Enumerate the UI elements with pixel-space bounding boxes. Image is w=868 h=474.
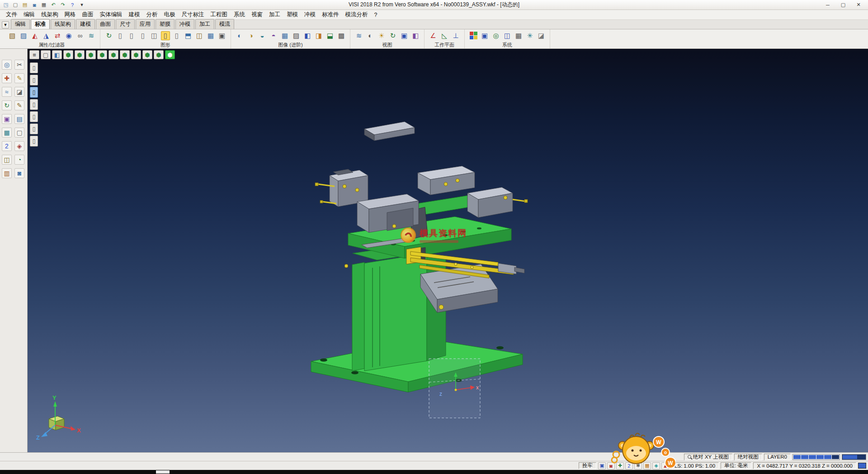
tab-1[interactable]: 标准 (31, 19, 50, 29)
half-left-icon[interactable]: ◧ (303, 31, 312, 40)
plane-tri-icon[interactable]: ◺ (440, 31, 449, 40)
undo-icon[interactable]: ↶ (49, 1, 57, 9)
view-front-icon[interactable]: ⬢ (86, 50, 96, 59)
new-file-icon[interactable]: ▢ (11, 1, 19, 9)
cube-stack-icon[interactable]: ⬒ (184, 31, 193, 40)
view-bottom-icon[interactable]: ⬢ (131, 50, 141, 59)
tab-0[interactable]: 编辑 (11, 19, 30, 29)
shade-left-icon[interactable]: ◐ (235, 31, 244, 40)
zoom-icon[interactable]: ◎ (2, 60, 12, 70)
cylinder-icon[interactable]: ▯ (127, 31, 136, 40)
wave-filter-icon[interactable]: ≋ (87, 31, 96, 40)
scene-icon[interactable]: ◳ (2, 1, 10, 9)
tab-6[interactable]: 应用 (136, 19, 155, 29)
absolute-view-cell[interactable]: 绝对视图 (734, 454, 762, 460)
view-wireframe-icon[interactable]: ⬢ (154, 50, 164, 59)
tab-9[interactable]: 加工 (195, 19, 214, 29)
monitor-icon[interactable]: ▣ (480, 31, 489, 40)
maximize-button[interactable]: ▢ (835, 0, 851, 9)
chain-icon[interactable]: ∞ (75, 31, 85, 40)
tab-5[interactable]: 尺寸 (116, 19, 135, 29)
window-pair-icon[interactable]: ◫ (503, 31, 512, 40)
cylinder-active-icon[interactable]: ▯ (161, 31, 170, 40)
menu-item-7[interactable]: 分析 (143, 10, 161, 19)
tab-3[interactable]: 建模 (76, 19, 95, 29)
shade-bottom-icon[interactable]: ◒ (258, 31, 267, 40)
axis-icon[interactable]: ✚ (2, 73, 12, 83)
menu-item-18[interactable]: ? (371, 11, 381, 19)
cube-pair-icon[interactable]: ◫ (195, 31, 204, 40)
floating-bar-part[interactable] (364, 122, 415, 141)
shade-top-icon[interactable]: ◓ (269, 31, 278, 40)
tag-icon[interactable]: ◈ (14, 141, 24, 151)
view-axono-icon[interactable]: ⬢ (142, 50, 152, 59)
number-2-icon[interactable]: 2 (2, 141, 12, 151)
tab-10[interactable]: 模流 (215, 19, 234, 29)
box-bottom-icon[interactable]: ⬓ (326, 31, 335, 40)
menu-item-12[interactable]: 视窗 (248, 10, 266, 19)
view-right-icon[interactable]: ⬢ (97, 50, 107, 59)
light-view-icon[interactable]: ☀ (377, 31, 386, 40)
menu-item-16[interactable]: 标准件 (319, 10, 342, 19)
units-cell[interactable]: 单位: 毫米 (721, 462, 751, 469)
view-mode-cell[interactable]: 绝对 XY 上视图 (684, 454, 732, 460)
pencil-icon[interactable]: ✎ (14, 73, 24, 83)
clock-icon[interactable]: ◔ (14, 155, 24, 165)
properties-icon[interactable]: ▨ (19, 31, 28, 40)
tab-8[interactable]: 冲模 (175, 19, 194, 29)
view-back-icon[interactable]: ⬢ (120, 50, 130, 59)
swap-filter-icon[interactable]: ⇄ (53, 31, 62, 40)
plane-angle-icon[interactable]: ∠ (429, 31, 438, 40)
cylinder-icon[interactable]: ▯ (138, 31, 147, 40)
plane-perp-icon[interactable]: ⊥ (451, 31, 460, 40)
menu-item-3[interactable]: 网格 (61, 10, 79, 19)
chart-icon[interactable]: ▥ (2, 168, 12, 178)
menu-item-10[interactable]: 工程图 (208, 10, 231, 19)
sheet-icon[interactable]: ▤ (14, 114, 24, 124)
mini-hidden-icon[interactable]: ▯ (30, 75, 38, 85)
star-icon[interactable]: ✳ (525, 31, 534, 40)
ramp-icon[interactable]: ◪ (537, 31, 546, 40)
system-colors-icon[interactable] (469, 31, 478, 40)
rotate-icon[interactable]: ↻ (2, 100, 12, 110)
attributes-icon[interactable]: ▧ (8, 31, 17, 40)
cube-grid-icon[interactable]: ▦ (206, 31, 215, 40)
filter-red-icon[interactable]: ◭ (30, 31, 39, 40)
shade-right-icon[interactable]: ◑ (246, 31, 255, 40)
menu-item-14[interactable]: 塑模 (283, 10, 301, 19)
texture-icon[interactable]: ▦ (280, 31, 289, 40)
menu-item-5[interactable]: 实体编辑 (97, 10, 126, 19)
erase-icon[interactable]: ◪ (14, 87, 24, 97)
section-view-icon[interactable]: ◧ (411, 31, 420, 40)
menu-item-4[interactable]: 曲面 (79, 10, 97, 19)
redo-icon[interactable]: ↷ (59, 1, 67, 9)
mini-shaded-icon[interactable]: ▯ (30, 87, 38, 98)
mini-ghost-icon[interactable]: ▯ (30, 123, 38, 134)
menu-item-2[interactable]: 线架构 (38, 10, 61, 19)
cylinder-icon[interactable]: ▯ (172, 31, 181, 40)
camera-view-icon[interactable]: ▣ (400, 31, 409, 40)
menu-item-9[interactable]: 尺寸标注 (179, 10, 208, 19)
tab-2[interactable]: 线架构 (51, 19, 75, 29)
scale-cell[interactable]: LS: 1.00 PS: 1.00 (671, 462, 719, 469)
half-right-icon[interactable]: ◨ (314, 31, 323, 40)
fog-view-icon[interactable]: ≋ (354, 31, 363, 40)
filter-blue-icon[interactable]: ◮ (42, 31, 51, 40)
tab-7[interactable]: 塑膜 (156, 19, 175, 29)
disk-icon[interactable]: ◙ (14, 168, 24, 178)
camera-icon[interactable]: ▣ (217, 31, 226, 40)
slide-block-top-right[interactable] (418, 166, 475, 195)
view-top-icon[interactable]: ⬢ (75, 50, 85, 59)
curve-icon[interactable]: ≈ (2, 87, 12, 97)
edit-icon[interactable]: ✎ (14, 100, 24, 110)
select-lock-icon[interactable]: ▣ (598, 462, 606, 469)
menu-item-8[interactable]: 电极 (161, 10, 179, 19)
stamp-icon[interactable]: ▣ (2, 114, 12, 124)
page-icon[interactable]: ▢ (14, 128, 24, 137)
mini-transparent-icon[interactable]: ▯ (30, 99, 38, 110)
globe-icon[interactable]: ◎ (491, 31, 500, 40)
view-iso-icon[interactable]: ⬢ (63, 50, 73, 59)
print-icon[interactable]: ▦ (40, 1, 48, 9)
dynamic-view-icon[interactable]: ↻ (388, 31, 397, 40)
layer-cell[interactable]: LAYER0 (764, 454, 791, 460)
